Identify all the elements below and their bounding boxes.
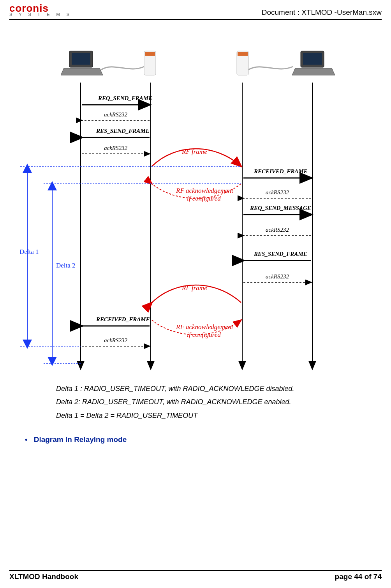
caption-delta2: Delta 2: RADIO_USER_TIMEOUT, with RADIO_… [56,395,382,408]
logo-main: coronis [9,4,72,13]
logo-sub: S Y S T E M S [9,13,72,17]
svg-rect-6 [238,52,248,56]
caption-eq: Delta 1 = Delta 2 = RADIO_USER_TIMEOUT [56,409,382,422]
msg-label: REQ_SEND_FRAME [98,95,152,101]
msg-label: REQ_SEND_MESSAGE [250,205,311,211]
bullet-text: Diagram in Relaying mode [34,435,127,444]
rf-sub2: if configured [187,195,221,202]
svg-rect-8 [303,53,322,65]
delta1-label: Delta 1 [20,248,39,255]
footer-title: XLTMOD Handbook [9,572,78,581]
msg-label: RES_SEND_FRAME [96,128,150,134]
logo: coronis S Y S T E M S [9,4,72,17]
delta2-label: Delta 2 [56,262,76,269]
footer-page: page 44 of 74 [335,572,382,581]
msg-label: ackRS232 [266,273,289,280]
rf-sub: RF acknowledgement [176,187,234,194]
modem-left-icon [101,51,156,75]
svg-rect-1 [72,53,90,65]
sequence-diagram: REQ_SEND_FRAME ackRS232 RES_SEND_FRAME a… [9,38,382,378]
caption-delta1: Delta 1 : RADIO_USER_TIMEOUT, with RADIO… [56,382,382,395]
modem-right-icon [237,51,293,75]
msg-label: RECEIVED_FRAME [96,316,150,322]
svg-rect-4 [145,52,155,56]
laptop-right-icon [292,51,335,75]
msg-label: RECEIVED_FRAME [254,168,308,174]
msg-label: ackRS232 [266,189,289,195]
msg-label: ackRS232 [104,145,127,151]
svg-marker-2 [61,68,103,75]
msg-label: ackRS232 [104,111,127,118]
bullet-icon: • [25,435,34,444]
laptop-left-icon [61,51,103,75]
rf-sub2: if configured [187,331,221,338]
svg-marker-9 [292,68,335,75]
msg-label: RES_SEND_FRAME [254,251,307,257]
msg-label: ackRS232 [266,227,289,233]
rf-sub: RF acknowledgement [176,323,234,331]
section-bullet: •Diagram in Relaying mode [25,435,382,444]
msg-label: ackRS232 [104,337,127,343]
document-id: Document : XTLMOD -UserMan.sxw [262,8,382,17]
